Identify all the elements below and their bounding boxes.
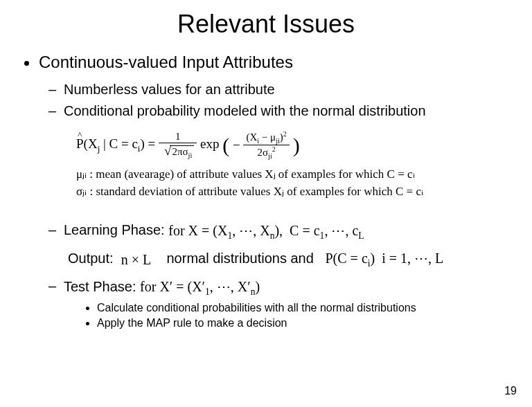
bullet1-text: Continuous-valued Input Attributes — [39, 53, 293, 71]
tp-calc-probs: Calculate conditional probabilities with… — [97, 302, 513, 314]
bullet-level3-list: Calculate conditional probabilities with… — [64, 302, 513, 329]
test-phase-label: Test Phase: — [64, 280, 136, 295]
sub-numberless: Numberless values for an attribute — [64, 82, 513, 98]
bullet-continuous-attrs: Continuous-valued Input Attributes Numbe… — [39, 53, 513, 329]
learning-phase-label: Learning Phase: — [64, 222, 165, 237]
bullet-level2-list-b: Learning Phase: for X = (X1, ⋯, Xn), C =… — [39, 217, 513, 329]
prior-prob: P(C = ci) i = 1, ⋯, L — [325, 251, 443, 266]
output-label: Output: — [64, 251, 114, 266]
test-phase-for: for X′ = (X′1, ⋯, X′n) — [140, 279, 260, 294]
equation-block: P(Xj | C = ci) = 12πσji exp ( − (Xi − μj… — [39, 125, 513, 204]
sub-learning-phase: Learning Phase: for X = (X1, ⋯, Xn), C =… — [64, 217, 513, 273]
exp-label: exp — [200, 136, 219, 151]
normal-dists-and: normal distributions and — [166, 251, 313, 266]
sub-normal-dist: Conditional probability modeled with the… — [64, 103, 513, 119]
learning-phase-for: for X = (X1, ⋯, Xn), C = c1, ⋯, cL — [168, 223, 364, 238]
sigma-definition: σⱼᵢ : standard deviation of attribute va… — [76, 184, 513, 199]
bullet-level2-list: Numberless values for an attribute Condi… — [39, 82, 513, 119]
page-number: 19 — [504, 385, 517, 397]
bullet-level1-list: Continuous-valued Input Attributes Numbe… — [19, 53, 513, 329]
slide-title: Relevant Issues — [19, 10, 513, 39]
sub-test-phase: Test Phase: for X′ = (X′1, ⋯, X′n) Calcu… — [64, 278, 513, 329]
slide: Relevant Issues Continuous-valued Input … — [0, 0, 532, 407]
equation-main: P(Xj | C = ci) = 12πσji exp ( − (Xi − μj… — [76, 130, 513, 160]
n-times-L: n × L — [121, 251, 152, 266]
tp-apply-map: Apply the MAP rule to make a decision — [97, 317, 513, 329]
mu-definition: μⱼᵢ : mean (avearage) of attribute value… — [76, 167, 513, 181]
